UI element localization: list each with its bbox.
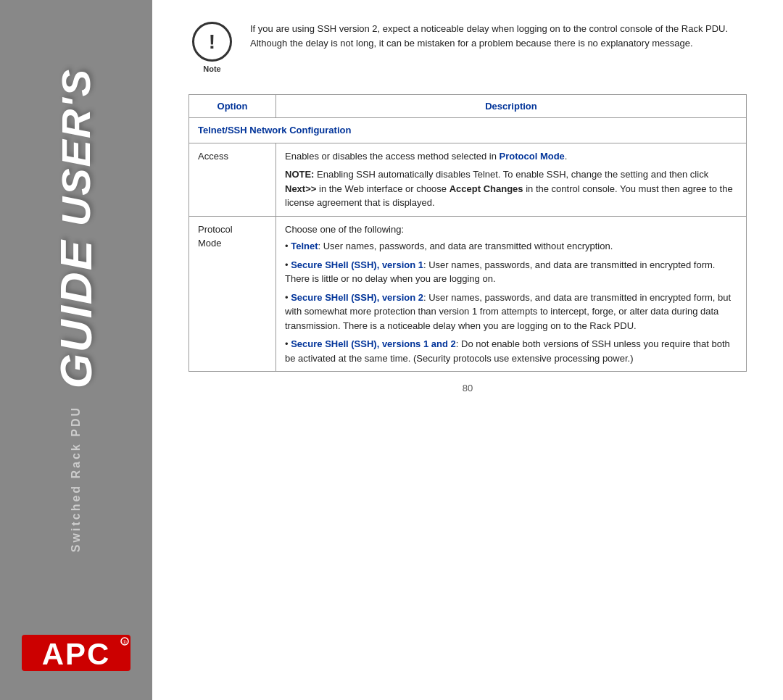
section-header-row: Telnet/SSH Network Configuration [189, 118, 747, 143]
access-desc-line1: Enables or disables the access method se… [285, 149, 737, 164]
subtitle-label: Switched Rack PDU [70, 406, 82, 552]
accept-changes-bold: Accept Changes [450, 183, 523, 194]
note-bold-prefix: NOTE: [285, 169, 314, 180]
protocol-intro: Choose one of the following: [285, 222, 737, 237]
apc-logo-container: APC ® [18, 620, 134, 686]
access-description-cell: Enables or disables the access method se… [276, 143, 747, 216]
svg-text:®: ® [123, 640, 127, 645]
description-header: Description [276, 95, 747, 118]
config-table: Option Description Telnet/SSH Network Co… [188, 94, 747, 372]
apc-logo: APC ® [22, 631, 130, 675]
note-box: ! Note If you are using SSH version 2, e… [188, 22, 747, 76]
access-option-cell: Access [189, 143, 276, 216]
telnet-bold: Telnet [291, 241, 318, 251]
guide-label: GUIDE [54, 239, 99, 388]
access-note-text: NOTE: Enabling SSH automatically disable… [285, 167, 737, 210]
sidebar-text-block: USER'S GUIDE Switched Rack PDU [0, 0, 152, 620]
table-header-row: Option Description [189, 95, 747, 118]
ssh-v1-bold: Secure SHell (SSH), version 1 [291, 259, 423, 270]
note-text: If you are using SSH version 2, expect a… [250, 22, 747, 50]
users-label: USER'S [56, 68, 96, 226]
main-content: ! Note If you are using SSH version 2, e… [152, 0, 783, 700]
page-footer: 80 [188, 372, 747, 393]
note-icon-block: ! Note [188, 22, 236, 76]
next-bold: Next>> [285, 183, 316, 194]
note-circle: ! [192, 22, 232, 62]
section-header-cell: Telnet/SSH Network Configuration [189, 118, 747, 143]
sidebar: USER'S GUIDE Switched Rack PDU APC ® [0, 0, 152, 700]
svg-text:APC: APC [42, 637, 111, 671]
option-header: Option [189, 95, 276, 118]
protocol-mode-option-cell: ProtocolMode [189, 216, 276, 372]
protocol-bullet-list: • Telnet: User names, passwords, and dat… [285, 239, 737, 365]
page-number: 80 [463, 383, 473, 393]
note-label: Note [203, 64, 220, 73]
list-item: • Secure SHell (SSH), version 1: User na… [285, 258, 737, 286]
list-item: • Secure SHell (SSH), versions 1 and 2: … [285, 337, 737, 365]
protocol-mode-description-cell: Choose one of the following: • Telnet: U… [276, 216, 747, 372]
table-row: Access Enables or disables the access me… [189, 143, 747, 216]
ssh-v2-bold: Secure SHell (SSH), version 2 [291, 292, 423, 303]
list-item: • Secure SHell (SSH), version 2: User na… [285, 291, 737, 333]
exclamation-icon: ! [209, 30, 215, 54]
ssh-v12-bold: Secure SHell (SSH), versions 1 and 2 [291, 338, 456, 349]
table-row: ProtocolMode Choose one of the following… [189, 216, 747, 372]
list-item: • Telnet: User names, passwords, and dat… [285, 239, 737, 254]
protocol-mode-bold: Protocol Mode [500, 151, 565, 162]
